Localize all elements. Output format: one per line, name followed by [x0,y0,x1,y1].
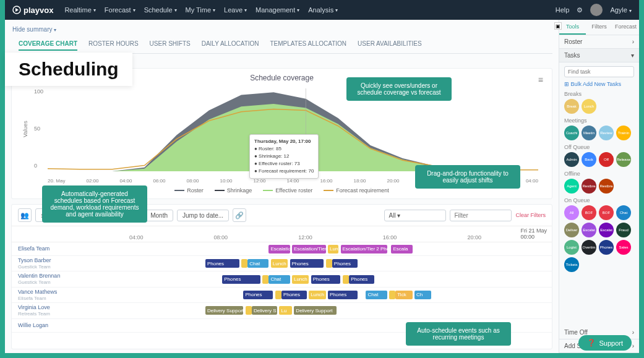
nav-analysis[interactable]: Analysis ▾ [308,6,338,14]
shift-bar[interactable] [326,259,332,268]
jump-to-date-button[interactable]: Jump to date... [177,210,229,221]
legend-shrinkage[interactable]: Shrinkage [215,187,252,194]
link-icon[interactable]: 🔗 [233,208,246,222]
filter-input[interactable] [450,210,512,221]
task-pill-restbre[interactable]: Restbre [582,179,596,194]
task-pill-back[interactable]: Back [582,152,596,167]
shift-bar[interactable]: Phones [243,291,273,299]
task-pill-review[interactable]: Review [599,126,614,140]
nav-realtime[interactable]: Realtime ▾ [64,6,95,14]
gantt-timeline[interactable]: PhonesChatLunchPhonesPhones [129,258,552,268]
task-pill-fraud[interactable]: Fraud [616,223,631,237]
task-pill-restbre[interactable]: Restbre [599,179,614,194]
shift-bar[interactable]: Chat [268,275,290,284]
shift-bar[interactable]: Lunch [292,275,309,284]
shift-bar[interactable]: Delivery Support [294,306,336,315]
gantt-timeline[interactable]: PhonesChatLunchPhonesPhones [129,275,552,284]
shift-bar[interactable]: Phones [328,291,358,299]
task-pill-break[interactable]: Break [564,99,579,114]
nav-management[interactable]: Management ▾ [255,6,299,14]
shift-bar[interactable]: Phones [349,275,374,284]
shift-bar[interactable]: Phones [205,259,239,268]
shift-bar[interactable]: Chat [247,259,268,268]
support-button[interactable]: ❓ Support [578,335,632,351]
tab-daily-allocation[interactable]: DAILY ALLOCATION [202,38,259,51]
task-pill-lunch[interactable]: Lunch [582,99,596,114]
nav-schedule[interactable]: Schedule ▾ [144,6,177,14]
nav-my time[interactable]: My Time ▾ [186,6,216,14]
task-pill-escalat[interactable]: Escalat [599,223,614,237]
shift-bar[interactable]: Phones [222,275,260,284]
agent-name[interactable]: Willie Logan [12,321,129,330]
task-pill-bof[interactable]: BOF [582,205,596,220]
avatar[interactable] [590,4,603,16]
task-pill-trainin[interactable]: Trainin [616,126,631,140]
shift-bar[interactable] [241,259,247,268]
bulk-add-link[interactable]: ⊞ Bulk Add New Tasks [564,81,634,87]
gear-icon[interactable]: ⚙ [577,6,583,14]
agent-name[interactable]: Virginia LoveRetreats Team [12,303,129,318]
task-pill-meetin[interactable]: Meetin [582,126,596,140]
view-month-button[interactable]: Month [145,210,173,221]
task-pill-phones[interactable]: Phones [599,240,614,255]
nav-leave[interactable]: Leave ▾ [224,6,247,14]
shift-bar[interactable]: Escalation/Tier 2 [292,245,326,254]
tasks-section[interactable]: Tasks▾ [559,49,639,62]
shift-bar[interactable]: Escalatio [268,245,290,254]
shift-bar[interactable]: Lu [279,306,291,315]
shift-bar[interactable]: Phones [311,275,341,284]
shift-bar[interactable]: Lunch [271,259,288,268]
task-pill-admin[interactable]: Admin [564,152,579,167]
hide-summary-toggle[interactable]: Hide summary ▾ [11,23,552,35]
task-pill-release[interactable]: Release [616,152,631,167]
task-pill-sales[interactable]: Sales [616,240,631,255]
shift-bar[interactable]: Tick [395,291,412,299]
legend-forecast-requirement[interactable]: Forecast requirement [324,187,389,194]
chart-menu-icon[interactable]: ≡ [538,75,543,85]
user-menu[interactable]: Agyle ▾ [610,6,632,14]
side-tab-tools[interactable]: Tools [559,20,586,35]
shift-bar[interactable]: Phones [290,259,324,268]
shift-bar[interactable] [275,291,281,299]
tab-coverage-chart[interactable]: COVERAGE CHART [19,38,77,51]
tab-roster-hours[interactable]: ROSTER HOURS [88,38,139,51]
task-pill-coachi[interactable]: Coachi [564,126,579,140]
task-pill-chat[interactable]: Chat [616,205,631,220]
shift-bar[interactable] [262,275,268,284]
pin-icon[interactable]: ▣ [554,22,562,30]
shift-bar[interactable]: Chat [366,291,387,299]
toolbar-users-icon[interactable]: 👥 [18,208,32,222]
side-tab-forecast[interactable]: Forecast [612,20,639,35]
gantt-timeline[interactable]: PhonesPhonesLunchPhonesChatTickCh [129,290,552,300]
task-pill-escalat[interactable]: Escalat [582,223,596,237]
task-pill-overtim[interactable]: Overtim [582,240,596,255]
shift-bar[interactable]: Escala [391,245,412,254]
filter-select[interactable]: All ▾ [384,210,446,221]
agent-name[interactable]: Valentin BrennanGuestick Team [12,271,129,286]
task-pill-bof[interactable]: BOF [599,205,614,220]
gantt-timeline[interactable]: EscalatioEscalation/Tier 2LunEscalation/… [129,244,552,254]
shift-bar[interactable]: Phones [281,291,307,299]
shift-bar[interactable]: Lun [328,245,338,254]
tab-templates-allocation[interactable]: TEMPLATES ALLOCATION [270,38,347,51]
help-link[interactable]: Help [556,6,570,14]
shift-bar[interactable]: Escalation/Tier 2 Phones [341,245,387,254]
find-task-input[interactable] [564,66,634,77]
task-pill-agent[interactable]: Agent [564,179,579,194]
agent-name[interactable]: Elisefa Team [12,244,129,254]
legend-effective-roster[interactable]: Effective roster [263,187,312,194]
tab-user-availabilities[interactable]: USER AVAILABILITIES [358,38,422,51]
roster-section[interactable]: Roster› [559,35,639,49]
shift-bar[interactable] [246,306,252,315]
clear-filters-link[interactable]: Clear Filters [515,212,546,218]
task-pill-logist[interactable]: Logist [564,240,579,255]
legend-roster[interactable]: Roster [174,187,204,194]
task-pill-tickets[interactable]: Tickets [564,257,579,272]
agent-name[interactable]: Vance MathewsElisefa Team [12,288,129,302]
task-pill-off[interactable]: Off [599,152,614,167]
nav-forecast[interactable]: Forecast ▾ [105,6,135,14]
shift-bar[interactable]: Phones [332,259,358,268]
shift-bar[interactable]: Delivery Support [205,306,243,315]
shift-bar[interactable] [389,291,395,299]
task-pill-all[interactable]: All [564,205,579,220]
